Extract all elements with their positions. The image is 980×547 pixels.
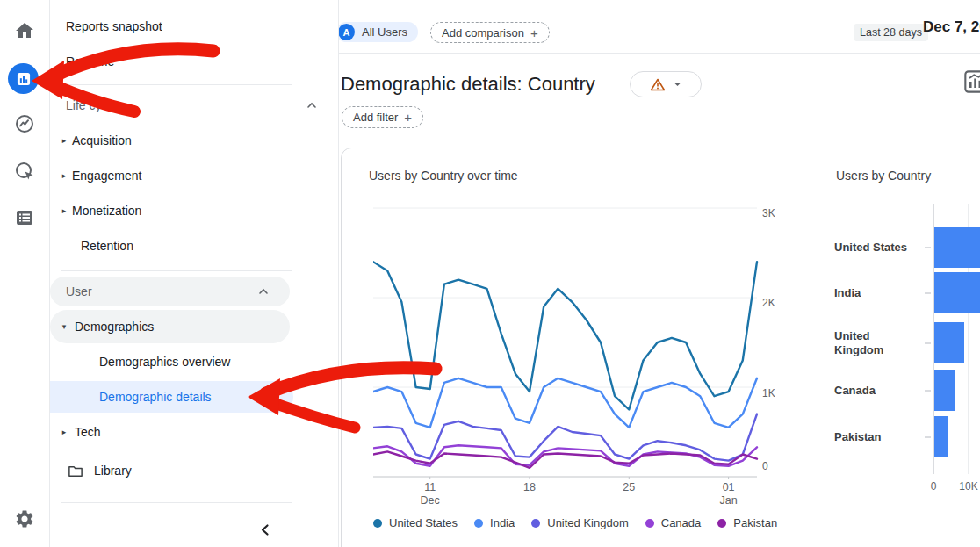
x-axis-tick: 25 xyxy=(611,481,646,494)
bar-category-tick xyxy=(925,292,931,294)
x-axis-tick: 01Jan xyxy=(711,481,746,507)
legend-dot xyxy=(717,519,726,528)
ga4-window: Reports snapshot Realtime Life cycle ▸Ac… xyxy=(0,0,980,547)
x-axis-tick: 11Dec xyxy=(413,481,448,507)
chart-legend: United States India United Kingdom Canad… xyxy=(373,516,777,529)
bar-category-label: Canada xyxy=(834,370,918,411)
library-list-icon[interactable] xyxy=(14,207,35,228)
bar-category-label: United Kingdom xyxy=(834,322,918,363)
sidebar-item-library[interactable]: Library xyxy=(50,457,338,485)
home-icon[interactable] xyxy=(14,20,35,41)
add-filter-button[interactable]: Add filter+ xyxy=(342,106,423,128)
sidebar-item-tech[interactable]: ▸Tech xyxy=(50,418,338,446)
advertising-icon[interactable] xyxy=(14,161,35,182)
sidebar-item-engagement[interactable]: ▸Engagement xyxy=(50,162,338,190)
bar-category-label: India xyxy=(834,272,918,313)
bar-category-label: Pakistan xyxy=(834,416,918,457)
legend-item-pakistan[interactable]: Pakistan xyxy=(717,516,777,529)
sidebar-section-user[interactable]: User xyxy=(50,277,290,306)
reports-nav-icon[interactable] xyxy=(8,63,39,94)
y-axis-tick: 2K xyxy=(762,297,785,309)
sidebar-divider xyxy=(61,270,292,271)
folder-icon xyxy=(68,464,83,478)
x-axis-tick: 18 xyxy=(512,481,547,494)
expander-right-icon[interactable]: ▸ xyxy=(50,206,69,215)
bar-x-tick: 10K xyxy=(956,480,980,493)
bar-category-tick xyxy=(925,342,931,344)
bar-canada[interactable] xyxy=(934,370,955,411)
bar-united-kingdom[interactable] xyxy=(934,322,964,363)
bar-chart-icon xyxy=(15,70,32,88)
bar-category-tick xyxy=(925,436,931,438)
expander-right-icon[interactable]: ▸ xyxy=(50,171,69,180)
date-range-value[interactable]: Dec 7, 20 xyxy=(923,18,980,36)
all-users-segment-chip[interactable]: A All Users xyxy=(336,22,418,42)
sidebar-item-realtime[interactable]: Realtime xyxy=(50,47,338,76)
explore-icon[interactable] xyxy=(14,113,35,134)
bar-category-tick xyxy=(925,390,931,392)
warning-triangle-icon xyxy=(650,77,666,92)
reports-sidebar: Reports snapshot Realtime Life cycle ▸Ac… xyxy=(50,0,339,547)
line-chart-title: Users by Country over time xyxy=(369,169,518,183)
demographic-details-item[interactable]: Demographic details xyxy=(50,381,293,413)
segment-avatar: A xyxy=(338,24,355,40)
users-over-time-line-chart[interactable] xyxy=(373,204,760,479)
expander-down-icon[interactable]: ▾ xyxy=(50,322,69,331)
nav-rail xyxy=(0,0,50,547)
chevron-up-icon[interactable] xyxy=(258,288,269,295)
sidebar-item-acquisition[interactable]: ▸Acquisition xyxy=(50,126,338,155)
legend-dot xyxy=(531,519,540,528)
legend-item-united-states[interactable]: United States xyxy=(373,516,458,529)
sidebar-divider xyxy=(61,84,292,85)
legend-dot xyxy=(645,519,654,528)
bar-chart-title: Users by Country xyxy=(836,169,931,183)
legend-dot xyxy=(373,519,382,528)
segment-label: All Users xyxy=(362,25,407,39)
sidebar-item-demographics-overview[interactable]: Demographics overview xyxy=(50,348,338,376)
header-divider xyxy=(339,53,980,54)
bar-category-label: United States xyxy=(834,227,918,268)
sidebar-item-monetization[interactable]: ▸Monetization xyxy=(50,197,338,225)
y-axis-tick: 3K xyxy=(762,207,785,220)
legend-item-united-kingdom[interactable]: United Kingdom xyxy=(531,516,629,529)
sidebar-item-retention[interactable]: Retention xyxy=(50,232,338,260)
sidebar-item-demographics[interactable]: ▾ Demographics xyxy=(50,310,290,343)
collapse-sidebar-icon[interactable] xyxy=(259,523,271,536)
date-range-label[interactable]: Last 28 days xyxy=(854,24,928,41)
legend-item-canada[interactable]: Canada xyxy=(645,516,702,529)
y-axis-tick: 0 xyxy=(762,460,785,472)
insights-icon[interactable] xyxy=(963,69,980,94)
expander-right-icon[interactable]: ▸ xyxy=(50,136,69,145)
y-axis-tick: 1K xyxy=(762,387,785,399)
settings-gear-icon[interactable] xyxy=(14,508,35,529)
add-comparison-button[interactable]: Add comparison+ xyxy=(430,22,550,43)
bar-category-tick xyxy=(925,247,931,248)
sidebar-section-life-cycle[interactable]: Life cycle xyxy=(50,91,338,119)
bar-india[interactable] xyxy=(934,272,980,313)
plus-icon: + xyxy=(530,25,538,40)
expander-right-icon[interactable]: ▸ xyxy=(50,428,69,436)
bar-pakistan[interactable] xyxy=(934,416,948,457)
chevron-up-icon[interactable] xyxy=(306,102,317,109)
bar-united-states[interactable] xyxy=(934,227,980,268)
legend-dot xyxy=(474,519,483,528)
page-title: Demographic details: Country xyxy=(341,73,595,96)
sidebar-item-reports-snapshot[interactable]: Reports snapshot xyxy=(50,12,338,40)
bar-x-tick: 0 xyxy=(927,480,940,493)
plus-icon: + xyxy=(404,110,412,125)
legend-item-india[interactable]: India xyxy=(474,516,515,529)
data-warning-dropdown[interactable] xyxy=(630,71,702,97)
caret-down-icon xyxy=(674,82,681,87)
sidebar-divider xyxy=(61,502,292,503)
